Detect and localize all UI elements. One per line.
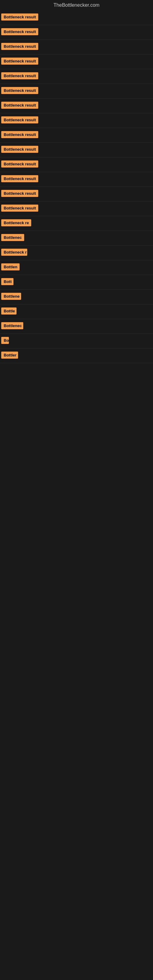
list-item: Bottleneck result xyxy=(0,25,153,40)
bottleneck-result-bar[interactable]: Bottler xyxy=(1,352,18,359)
list-item: Bottleneck result xyxy=(0,158,153,172)
list-item: Bottleneck result xyxy=(0,143,153,158)
list-item: Bottlenec xyxy=(0,231,153,246)
list-item: Bottleneck result xyxy=(0,54,153,69)
bottleneck-result-bar[interactable]: Bottleneck result xyxy=(1,190,38,197)
list-item: Bo xyxy=(0,334,153,348)
site-title: TheBottlenecker.com xyxy=(0,0,153,10)
list-item: Bottlene xyxy=(0,290,153,304)
bottleneck-result-bar[interactable]: Bottlenec xyxy=(1,322,23,329)
list-item: Bottleneck result xyxy=(0,187,153,202)
bottleneck-result-bar[interactable]: Bottle xyxy=(1,307,16,315)
list-item: Bottleneck result xyxy=(0,40,153,54)
bottleneck-result-bar[interactable]: Bottleneck result xyxy=(1,131,38,138)
rows-container: Bottleneck resultBottleneck resultBottle… xyxy=(0,10,153,363)
list-item: Bottler xyxy=(0,348,153,363)
list-item: Bott xyxy=(0,275,153,290)
list-item: Bottleneck result xyxy=(0,202,153,216)
list-item: Bottle xyxy=(0,304,153,319)
bottleneck-result-bar[interactable]: Bott xyxy=(1,278,13,285)
bottleneck-result-bar[interactable]: Bottleneck re xyxy=(1,219,31,226)
bottleneck-result-bar[interactable]: Bo xyxy=(1,337,9,344)
bottleneck-result-bar[interactable]: Bottlen xyxy=(1,263,19,270)
bottleneck-result-bar[interactable]: Bottleneck result xyxy=(1,72,38,79)
bottleneck-result-bar[interactable]: Bottleneck result xyxy=(1,13,38,21)
list-item: Bottleneck re xyxy=(0,216,153,231)
list-item: Bottleneck result xyxy=(0,128,153,143)
list-item: Bottleneck result xyxy=(0,84,153,99)
bottleneck-result-bar[interactable]: Bottleneck result xyxy=(1,28,38,35)
list-item: Bottlen xyxy=(0,260,153,275)
list-item: Bottleneck result xyxy=(0,69,153,84)
list-item: Bottleneck result xyxy=(0,113,153,128)
bottleneck-result-bar[interactable]: Bottleneck r xyxy=(1,249,27,256)
bottleneck-result-bar[interactable]: Bottleneck result xyxy=(1,116,38,123)
bottleneck-result-bar[interactable]: Bottleneck result xyxy=(1,102,38,109)
bottleneck-result-bar[interactable]: Bottleneck result xyxy=(1,161,38,167)
bottleneck-result-bar[interactable]: Bottleneck result xyxy=(1,205,38,212)
list-item: Bottleneck r xyxy=(0,246,153,260)
list-item: Bottlenec xyxy=(0,319,153,334)
list-item: Bottleneck result xyxy=(0,172,153,187)
bottleneck-result-bar[interactable]: Bottlenec xyxy=(1,234,24,241)
bottleneck-result-bar[interactable]: Bottleneck result xyxy=(1,87,38,94)
list-item: Bottleneck result xyxy=(0,99,153,113)
bottleneck-result-bar[interactable]: Bottleneck result xyxy=(1,43,38,50)
bottleneck-result-bar[interactable]: Bottleneck result xyxy=(1,175,38,182)
bottleneck-result-bar[interactable]: Bottleneck result xyxy=(1,146,38,153)
bottleneck-result-bar[interactable]: Bottlene xyxy=(1,293,21,300)
list-item: Bottleneck result xyxy=(0,10,153,25)
bottleneck-result-bar[interactable]: Bottleneck result xyxy=(1,57,38,65)
